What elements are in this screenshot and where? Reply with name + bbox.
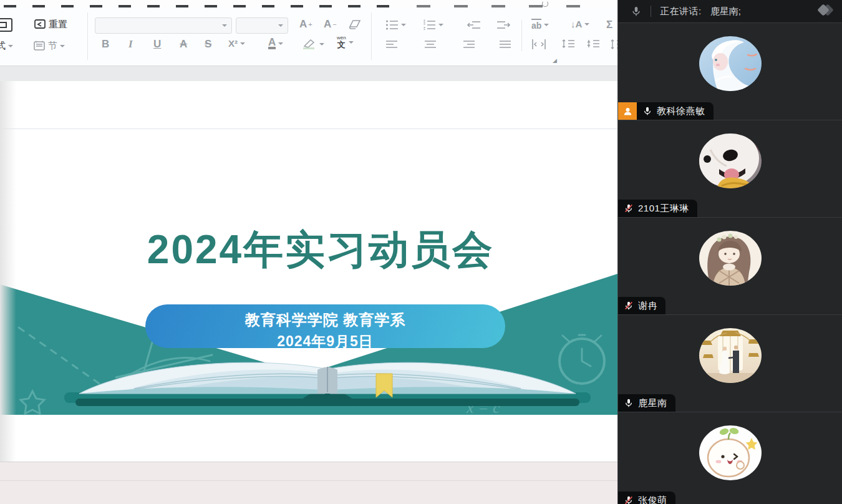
menu-bar[interactable] (0, 0, 617, 7)
mic-muted-icon (624, 203, 634, 213)
avatar (699, 328, 762, 383)
participant-list: 教科徐燕敏 (618, 22, 842, 504)
bold-glyph: B (102, 38, 109, 51)
meeting-panel: 正在讲话: 鹿星南; (617, 0, 842, 504)
below-slide-area (0, 462, 617, 504)
strikethrough-button[interactable]: S (205, 38, 211, 51)
section-button[interactable]: 节 (34, 40, 65, 52)
phonetic-icon: wén文 (337, 36, 346, 49)
text-direction-button[interactable]: ↓A (571, 19, 589, 29)
participant-name: 鹿星南 (638, 397, 667, 409)
align-center-button[interactable] (424, 40, 437, 49)
participant-tile[interactable]: 2101王琳琳 (618, 120, 842, 217)
participant-tile[interactable]: 谢冉 (618, 217, 842, 314)
mic-on-icon (642, 106, 652, 116)
font-name-combobox[interactable] (95, 17, 232, 34)
section-label: 节 (48, 40, 57, 52)
highlight-button[interactable] (302, 39, 324, 50)
avatar (699, 36, 762, 91)
align-left-icon (385, 40, 398, 49)
decrease-indent-icon (467, 19, 481, 31)
open-book-illustration (59, 355, 596, 415)
chevron-down-icon (240, 42, 245, 45)
speaking-prefix: 正在讲话: (660, 6, 702, 17)
font-color-glyph: A (268, 37, 276, 49)
subtitle-banner[interactable]: 教育科学学院 教育学系 2024年9月5日 (145, 304, 505, 348)
slide-title[interactable]: 2024年实习动员会 (0, 223, 617, 277)
align-right-button[interactable] (463, 40, 475, 49)
shrink-font-glyph: A (324, 18, 331, 31)
sigma-glyph: Σ (606, 19, 612, 31)
speaking-names: 鹿星南; (710, 6, 741, 17)
reset-button[interactable]: 重置 (34, 18, 67, 31)
superscript-button[interactable]: X² (228, 38, 245, 49)
bold-button[interactable]: B (102, 38, 109, 51)
search-icon[interactable] (542, 1, 548, 7)
slide[interactable]: x = c 2024年实习动员会 教育科学学院 教育学系 2024年9月5日 (0, 128, 617, 462)
strike-glyph: S (205, 38, 211, 51)
increase-indent-button[interactable] (496, 19, 511, 31)
plus-glyph: + (308, 21, 312, 28)
increase-font-button[interactable]: A+ (299, 18, 312, 31)
layout-button[interactable]: 式 (0, 40, 13, 52)
font-color-button[interactable]: A (268, 37, 283, 49)
presenter-badge-icon (618, 102, 637, 120)
toolbar-divider (371, 12, 372, 60)
align-right-icon (463, 40, 475, 49)
avatar (699, 425, 762, 480)
participant-tile[interactable]: 教科徐燕敏 (618, 22, 842, 120)
align-left-button[interactable] (385, 40, 398, 49)
superscript-glyph: X² (228, 38, 238, 49)
char-strike-button[interactable]: A (180, 38, 187, 51)
participant-tile[interactable]: 张俊萌 (618, 412, 842, 504)
ribbon-toolbar: 式 重置 节 A+ A− B I U A S X² (0, 7, 617, 66)
avatar (699, 133, 762, 188)
subtitle-date: 2024年9月5日 (277, 332, 374, 351)
decrease-indent-button[interactable] (467, 19, 481, 31)
next-slide-edge (0, 480, 617, 481)
chevron-down-icon (278, 42, 283, 45)
section-icon (34, 41, 46, 51)
justify-icon (499, 40, 511, 49)
chevron-down-icon (60, 45, 65, 47)
speaking-status-bar: 正在讲话: 鹿星南; (618, 0, 842, 22)
equation-button[interactable]: Σ (606, 19, 612, 31)
phonetic-guide-button[interactable]: wén文 (337, 36, 354, 49)
underline-button[interactable]: U (153, 38, 161, 51)
font-size-combobox[interactable] (236, 17, 288, 34)
mic-muted-icon (624, 495, 634, 504)
dialog-launcher-icon[interactable]: ◢ (553, 57, 557, 64)
chevron-down-icon (349, 41, 354, 44)
bullet-list-button[interactable] (385, 19, 406, 31)
decrease-font-button[interactable]: A− (324, 18, 337, 31)
italic-button[interactable]: I (128, 38, 133, 51)
increase-indent-icon (496, 19, 511, 31)
grow-font-glyph: A (299, 18, 307, 31)
decrease-para-spacing-button[interactable] (586, 39, 600, 50)
slide-layout-icon[interactable] (0, 17, 13, 33)
numbered-list-button[interactable] (423, 19, 443, 31)
chevron-down-icon (319, 43, 324, 46)
para-spacing-down-icon (586, 39, 600, 50)
participant-name: 2101王琳琳 (638, 203, 689, 215)
distribute-button[interactable] (531, 39, 546, 50)
distribute-icon (531, 39, 546, 50)
toolbar-divider (521, 20, 522, 51)
participant-tile[interactable]: 鹿星南 (618, 314, 842, 412)
participant-label: 谢冉 (618, 297, 665, 314)
toolbar-divider (87, 12, 88, 60)
participant-label: 2101王琳琳 (618, 200, 697, 217)
chevron-down-icon (544, 24, 549, 26)
justify-button[interactable] (499, 40, 511, 49)
char-spacing-button[interactable]: ab (531, 19, 549, 31)
clear-format-button[interactable] (348, 19, 362, 30)
chevron-down-icon (438, 24, 443, 26)
chevron-down-icon (401, 24, 406, 26)
minus-glyph: − (332, 21, 336, 28)
reset-icon (34, 18, 46, 31)
document-canvas[interactable]: x = c 2024年实习动员会 教育科学学院 教育学系 2024年9月5日 (0, 81, 617, 504)
participant-name: 张俊萌 (638, 495, 667, 504)
chevron-down-icon (278, 24, 283, 27)
chevron-down-icon (8, 45, 13, 47)
increase-para-spacing-button[interactable] (561, 39, 575, 50)
